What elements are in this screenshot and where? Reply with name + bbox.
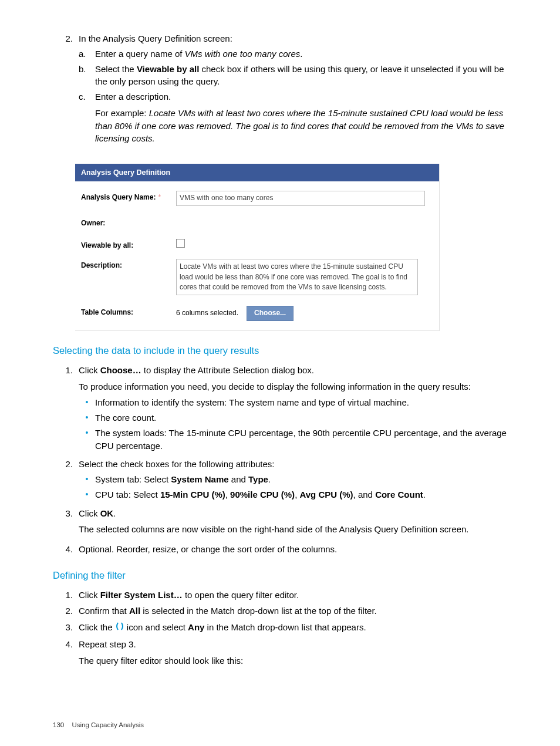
step-2a: a. Enter a query name of VMs with one to… <box>79 48 507 60</box>
owner-label: Owner: <box>81 217 176 228</box>
description-label: Description: <box>81 259 176 271</box>
step-2c: c. Enter a description. For example: Loc… <box>79 90 507 148</box>
section-selecting-data: Selecting the data to include in the que… <box>53 344 507 358</box>
sec1-step3: 3. Click OK. The selected columns are no… <box>53 507 507 540</box>
step-2: 2. In the Analysis Query Definition scre… <box>53 32 507 151</box>
sec2-step2: 2. Confirm that All is selected in the M… <box>53 605 507 617</box>
viewable-label: Viewable by all: <box>81 239 176 251</box>
page-footer: 130 Using Capacity Analysis <box>53 721 144 728</box>
sec2-step3: 3. Click the icon and select Any in the … <box>53 621 507 634</box>
step-number: 2. <box>53 32 79 151</box>
bullet-icon: • <box>79 427 95 453</box>
step-2-lead: In the Analysis Query Definition screen: <box>79 32 507 45</box>
bullet-icon: • <box>79 396 95 409</box>
table-columns-label: Table Columns: <box>81 306 176 318</box>
panel-header: Analysis Query Definition <box>75 164 439 181</box>
description-textarea[interactable]: Locate VMs with at least two cores where… <box>176 259 418 295</box>
sec2-step1: 1. Click Filter System List… to open the… <box>53 589 507 602</box>
columns-selected-text: 6 columns selected. <box>176 308 238 318</box>
sec1-step2: 2. Select the check boxes for the follow… <box>53 458 507 503</box>
sec1-step4: 4. Optional. Reorder, resize, or change … <box>53 543 507 556</box>
sec2-step4: 4. Repeat step 3. The query filter edito… <box>53 638 507 671</box>
sec1-step1: 1. Click Choose… to display the Attribut… <box>53 364 507 455</box>
query-name-input[interactable]: VMS with one too many cores <box>176 191 425 205</box>
query-definition-panel: Analysis Query Definition Analysis Query… <box>75 164 440 331</box>
choose-button[interactable]: Choose... <box>247 306 294 320</box>
viewable-checkbox[interactable] <box>176 239 185 248</box>
chapter-title: Using Capacity Analysis <box>72 721 144 728</box>
parentheses-icon <box>115 622 124 634</box>
bullet-icon: • <box>79 411 95 424</box>
bullet-icon: • <box>79 473 95 486</box>
section-defining-filter: Defining the filter <box>53 569 507 583</box>
query-name-label: Analysis Query Name:* <box>81 191 176 202</box>
page-number: 130 <box>53 721 64 728</box>
step-2b: b. Select the Viewable by all check box … <box>79 63 507 89</box>
bullet-icon: • <box>79 488 95 501</box>
